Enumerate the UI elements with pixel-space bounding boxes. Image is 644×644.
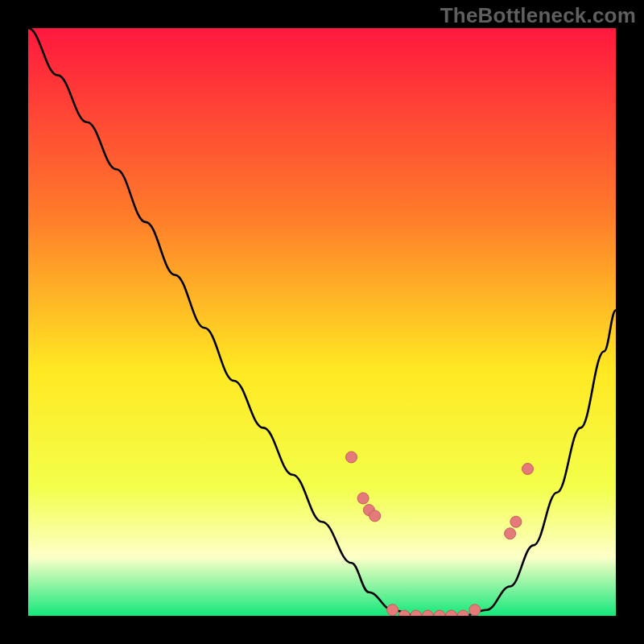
data-marker bbox=[505, 528, 516, 539]
data-marker bbox=[346, 452, 357, 463]
data-marker bbox=[387, 605, 398, 616]
bottleneck-chart bbox=[28, 28, 616, 616]
data-marker bbox=[522, 464, 534, 475]
data-marker bbox=[469, 605, 481, 616]
data-marker bbox=[510, 516, 522, 527]
watermark-label: TheBottleneck.com bbox=[440, 3, 636, 28]
gradient-background bbox=[28, 28, 616, 616]
data-marker bbox=[357, 493, 369, 504]
data-marker bbox=[369, 510, 381, 522]
chart-frame: TheBottleneck.com bbox=[0, 0, 644, 644]
